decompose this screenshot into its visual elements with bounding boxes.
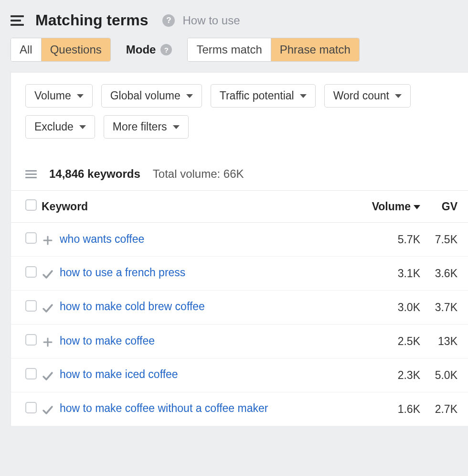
keyword-link[interactable]: how to make iced coffee <box>60 368 178 380</box>
chevron-down-icon <box>186 94 193 98</box>
cell-volume: 2.3K <box>363 358 425 392</box>
filter-more[interactable]: More filters <box>104 115 189 139</box>
cell-gv: 7.5K <box>425 223 468 257</box>
chevron-down-icon <box>77 94 84 98</box>
filter-traffic-potential-label: Traffic potential <box>220 89 294 102</box>
cell-gv: 2.7K <box>425 392 468 426</box>
cell-volume: 3.0K <box>363 291 425 325</box>
table-row: how to make coffee without a coffee make… <box>11 392 468 426</box>
keyword-link[interactable]: how to make coffee <box>60 335 155 347</box>
list-view-icon[interactable] <box>25 170 37 178</box>
check-icon[interactable] <box>42 402 54 416</box>
help-icon[interactable]: ? <box>162 14 175 27</box>
keyword-link[interactable]: how to make coffee without a coffee make… <box>60 402 268 414</box>
row-checkbox[interactable] <box>25 368 37 379</box>
cell-gv: 3.6K <box>425 257 468 291</box>
table-row: how to make iced coffee2.3K5.0K <box>11 358 468 392</box>
filter-exclude[interactable]: Exclude <box>25 115 95 139</box>
segment-questions[interactable]: Questions <box>41 38 110 61</box>
check-icon[interactable] <box>42 301 54 314</box>
plus-icon[interactable] <box>42 335 54 348</box>
segment-all[interactable]: All <box>11 38 41 61</box>
sort-desc-icon <box>414 205 420 209</box>
how-to-use-link[interactable]: How to use <box>182 14 240 27</box>
filter-volume[interactable]: Volume <box>25 84 93 108</box>
col-volume[interactable]: Volume <box>363 191 425 223</box>
keywords-table: Keyword Volume GV who wants coffee5.7K7.… <box>11 190 468 426</box>
filter-word-count-label: Word count <box>333 89 389 102</box>
row-checkbox[interactable] <box>25 232 37 244</box>
total-volume: Total volume: 66K <box>153 167 244 181</box>
col-volume-label: Volume <box>372 200 411 213</box>
filter-traffic-potential[interactable]: Traffic potential <box>211 84 316 108</box>
chevron-down-icon <box>79 125 86 129</box>
row-checkbox[interactable] <box>25 334 37 346</box>
cell-volume: 3.1K <box>363 257 425 291</box>
cell-gv: 13K <box>425 325 468 358</box>
row-checkbox[interactable] <box>25 266 37 278</box>
filter-more-label: More filters <box>113 120 167 133</box>
col-keyword[interactable]: Keyword <box>42 191 363 223</box>
keyword-count: 14,846 keywords <box>49 167 140 181</box>
table-row: how to use a french press3.1K3.6K <box>11 257 468 291</box>
mode-phrase-match[interactable]: Phrase match <box>271 38 359 61</box>
row-checkbox[interactable] <box>25 300 37 312</box>
cell-gv: 3.7K <box>425 291 468 325</box>
keyword-link[interactable]: how to use a french press <box>60 266 185 279</box>
chevron-down-icon <box>395 94 402 98</box>
page-title: Matching terms <box>35 11 148 29</box>
cell-volume: 2.5K <box>363 325 425 358</box>
table-row: who wants coffee5.7K7.5K <box>11 223 468 257</box>
table-row: how to make coffee2.5K13K <box>11 325 468 358</box>
mode-text: Mode <box>126 43 156 56</box>
mode-label: Mode ? <box>126 43 172 56</box>
chevron-down-icon <box>300 94 307 98</box>
chevron-down-icon <box>173 125 180 129</box>
select-all-checkbox[interactable] <box>25 199 37 211</box>
check-icon[interactable] <box>42 368 54 382</box>
filter-volume-label: Volume <box>34 89 71 102</box>
cell-volume: 1.6K <box>363 392 425 426</box>
cell-volume: 5.7K <box>363 223 425 257</box>
filter-global-volume-label: Global volume <box>110 89 181 102</box>
mode-segment: Terms match Phrase match <box>187 38 359 62</box>
filter-global-volume[interactable]: Global volume <box>101 84 202 108</box>
cell-gv: 5.0K <box>425 358 468 392</box>
keyword-type-segment: All Questions <box>11 38 111 62</box>
col-gv[interactable]: GV <box>425 191 468 223</box>
plus-icon[interactable] <box>42 233 54 246</box>
table-row: how to make cold brew coffee3.0K3.7K <box>11 291 468 325</box>
keyword-link[interactable]: how to make cold brew coffee <box>60 300 205 313</box>
filter-word-count[interactable]: Word count <box>324 84 411 108</box>
mode-terms-match[interactable]: Terms match <box>188 38 270 61</box>
filter-exclude-label: Exclude <box>34 120 74 133</box>
row-checkbox[interactable] <box>25 402 37 413</box>
filters-bar: Volume Global volume Traffic potential W… <box>11 73 468 143</box>
check-icon[interactable] <box>42 267 54 281</box>
mode-help-icon[interactable]: ? <box>160 44 172 55</box>
keyword-link[interactable]: who wants coffee <box>60 233 144 245</box>
menu-icon[interactable] <box>11 15 24 26</box>
